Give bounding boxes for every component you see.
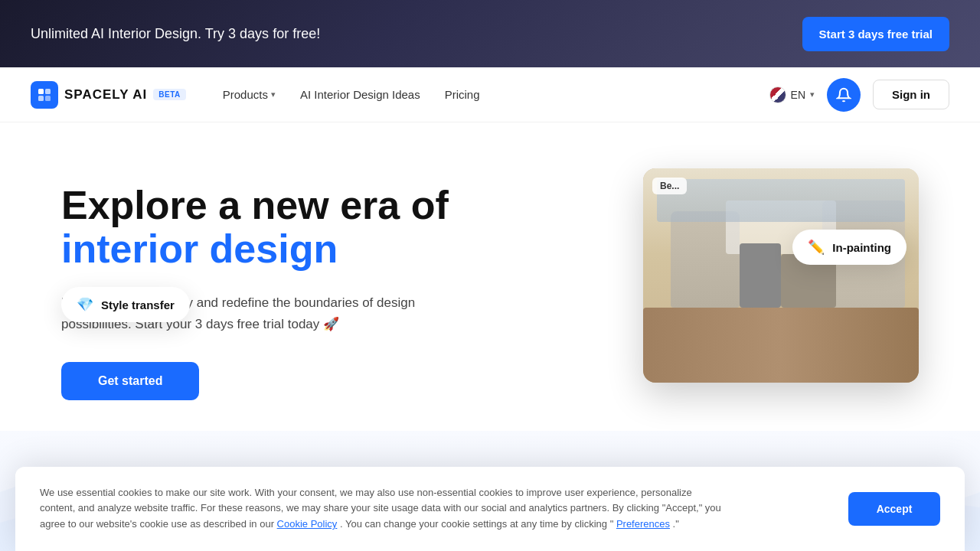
diamond-icon: 💎 bbox=[77, 296, 93, 313]
svg-rect-1 bbox=[45, 89, 51, 94]
cookie-banner: We use essential cookies to make our sit… bbox=[15, 467, 965, 551]
logo-text: SPACELY AI bbox=[64, 87, 147, 103]
navbar: SPACELY AI BETA Products ▾ AI Interior D… bbox=[0, 67, 980, 122]
svg-rect-2 bbox=[38, 96, 44, 101]
inpainting-badge[interactable]: ✏️ In-painting bbox=[792, 230, 906, 265]
svg-rect-3 bbox=[45, 96, 51, 101]
nav-products[interactable]: Products ▾ bbox=[223, 88, 276, 101]
top-banner: Unlimited AI Interior Design. Try 3 days… bbox=[0, 0, 980, 67]
banner-cta-button[interactable]: Start 3 days free trial bbox=[802, 17, 949, 51]
nav-pricing[interactable]: Pricing bbox=[445, 88, 480, 101]
svg-rect-0 bbox=[38, 89, 44, 94]
nav-links: Products ▾ AI Interior Design Ideas Pric… bbox=[223, 88, 769, 101]
cookie-text: We use essential cookies to make our sit… bbox=[40, 485, 729, 533]
logo-icon bbox=[31, 81, 58, 109]
style-transfer-badge[interactable]: 💎 Style transfer bbox=[61, 287, 190, 322]
hero-content: Explore a new era of interior design Unl… bbox=[0, 122, 980, 431]
before-label: Be... bbox=[652, 178, 687, 194]
room-interior bbox=[643, 168, 919, 383]
beta-badge: BETA bbox=[153, 89, 185, 100]
room-image: Be... bbox=[643, 168, 919, 383]
cookie-policy-link[interactable]: Cookie Policy bbox=[277, 518, 338, 530]
nav-interior-design[interactable]: AI Interior Design Ideas bbox=[300, 88, 420, 101]
hero-right: Be... ✏️ In-painting bbox=[490, 168, 919, 398]
nav-right: EN ▾ Sign in bbox=[769, 78, 949, 112]
preferences-link[interactable]: Preferences bbox=[616, 518, 670, 530]
logo[interactable]: SPACELY AI BETA bbox=[31, 81, 186, 109]
banner-text: Unlimited AI Interior Design. Try 3 days… bbox=[31, 26, 320, 42]
cookie-accept-button[interactable]: Accept bbox=[848, 492, 940, 526]
flag-icon bbox=[769, 86, 786, 103]
hero-heading-line1: Explore a new era of bbox=[61, 184, 490, 227]
hero-heading-line2: interior design bbox=[61, 227, 490, 271]
products-chevron-icon: ▾ bbox=[271, 90, 276, 99]
hero-left: Explore a new era of interior design Unl… bbox=[61, 168, 490, 400]
notification-button[interactable] bbox=[827, 78, 861, 112]
hero-cta-button[interactable]: Get started bbox=[61, 362, 199, 400]
signin-button[interactable]: Sign in bbox=[873, 80, 949, 109]
language-selector[interactable]: EN ▾ bbox=[769, 86, 815, 103]
inpainting-icon: ✏️ bbox=[808, 239, 825, 256]
lang-chevron-icon: ▾ bbox=[810, 90, 815, 99]
